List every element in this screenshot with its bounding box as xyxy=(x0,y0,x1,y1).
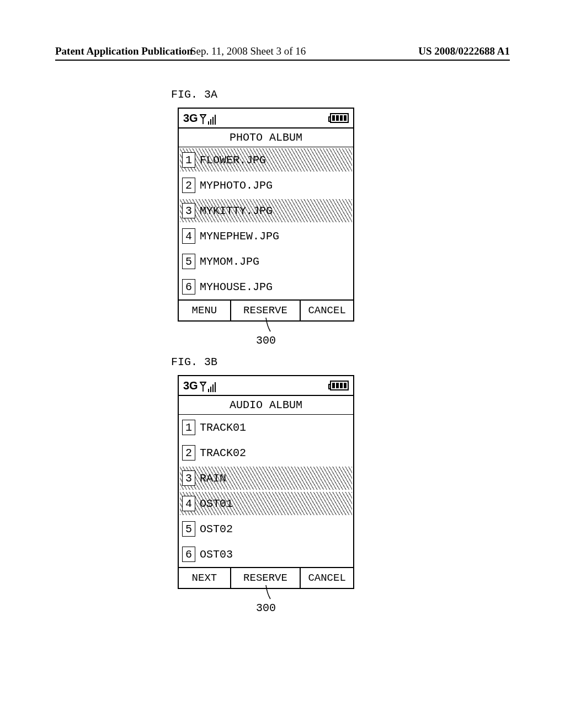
item-filename: MYHOUSE.JPG xyxy=(200,281,273,293)
item-filename: OST01 xyxy=(200,497,233,510)
list-item[interactable]: 5OST02 xyxy=(179,516,353,542)
item-filename: OST02 xyxy=(200,523,233,536)
item-filename: OST03 xyxy=(200,548,233,561)
list-item[interactable]: 5MYMOM.JPG xyxy=(179,249,353,274)
network-label: 3G xyxy=(183,379,198,392)
header-rule xyxy=(55,60,510,61)
list-item[interactable]: 4OST01 xyxy=(179,491,353,516)
list-item[interactable]: 6OST03 xyxy=(179,542,353,567)
softkey-right-button[interactable]: CANCEL xyxy=(301,568,353,588)
file-list: 1TRACK012TRACK023RAIN4OST015OST026OST03 xyxy=(179,415,353,567)
antenna-icon xyxy=(200,115,206,125)
item-filename: FLOWER.JPG xyxy=(200,154,266,167)
signal-indicator: 3G xyxy=(183,379,216,392)
reference-callout-3a: 300 xyxy=(249,318,282,347)
list-item[interactable]: 1TRACK01 xyxy=(179,415,353,440)
item-filename: TRACK01 xyxy=(200,421,246,434)
item-number: 1 xyxy=(182,152,195,168)
item-filename: MYKITTY.JPG xyxy=(200,205,273,217)
reference-callout-3b: 300 xyxy=(249,585,282,614)
item-filename: MYNEPHEW.JPG xyxy=(200,230,279,243)
phone-screen-3a: 3G PHOTO ALBUM 1FLOWER.JPG2MYPHOTO.JPG3M… xyxy=(178,108,354,322)
list-item[interactable]: 6MYHOUSE.JPG xyxy=(179,274,353,299)
softkey-right-button[interactable]: CANCEL xyxy=(301,301,353,320)
item-number: 5 xyxy=(182,254,195,269)
pub-title: Patent Application Publication xyxy=(55,45,193,57)
signal-indicator: 3G xyxy=(183,112,216,125)
phone-screen-3b: 3G AUDIO ALBUM 1TRACK012TRACK023RAIN4OST… xyxy=(178,375,354,589)
screen-title: PHOTO ALBUM xyxy=(179,129,353,147)
signal-bars-icon xyxy=(208,382,216,392)
pub-meta: Sep. 11, 2008 Sheet 3 of 16 xyxy=(190,45,306,57)
item-filename: MYMOM.JPG xyxy=(200,255,259,268)
status-bar: 3G xyxy=(179,376,353,396)
battery-icon xyxy=(330,113,349,123)
status-bar: 3G xyxy=(179,109,353,129)
file-list: 1FLOWER.JPG2MYPHOTO.JPG3MYKITTY.JPG4MYNE… xyxy=(179,147,353,299)
screen-title: AUDIO ALBUM xyxy=(179,396,353,415)
list-item[interactable]: 4MYNEPHEW.JPG xyxy=(179,223,353,249)
pub-number: US 2008/0222688 A1 xyxy=(418,45,510,57)
list-item[interactable]: 3MYKITTY.JPG xyxy=(179,198,353,223)
list-item[interactable]: 1FLOWER.JPG xyxy=(179,147,353,173)
antenna-icon xyxy=(200,382,206,392)
page-header: Patent Application Publication Sep. 11, … xyxy=(0,45,565,57)
item-filename: MYPHOTO.JPG xyxy=(200,179,273,192)
item-number: 4 xyxy=(182,228,195,244)
list-item[interactable]: 2MYPHOTO.JPG xyxy=(179,173,353,198)
figure-label-3a: FIG. 3A xyxy=(171,88,217,101)
item-number: 1 xyxy=(182,420,195,435)
item-number: 4 xyxy=(182,496,195,511)
battery-icon xyxy=(330,381,349,390)
item-filename: TRACK02 xyxy=(200,447,246,459)
item-number: 6 xyxy=(182,279,195,295)
item-filename: RAIN xyxy=(200,472,226,485)
list-item[interactable]: 2TRACK02 xyxy=(179,440,353,465)
reference-number: 300 xyxy=(256,334,276,347)
item-number: 2 xyxy=(182,178,195,193)
item-number: 3 xyxy=(182,470,195,486)
figure-label-3b: FIG. 3B xyxy=(171,356,217,368)
softkey-left-button[interactable]: MENU xyxy=(179,301,231,320)
softkey-left-button[interactable]: NEXT xyxy=(179,568,231,588)
list-item[interactable]: 3RAIN xyxy=(179,465,353,491)
network-label: 3G xyxy=(183,112,198,125)
reference-number: 300 xyxy=(256,602,276,614)
item-number: 2 xyxy=(182,445,195,461)
item-number: 6 xyxy=(182,547,195,562)
signal-bars-icon xyxy=(208,115,216,125)
item-number: 5 xyxy=(182,521,195,537)
item-number: 3 xyxy=(182,203,195,218)
